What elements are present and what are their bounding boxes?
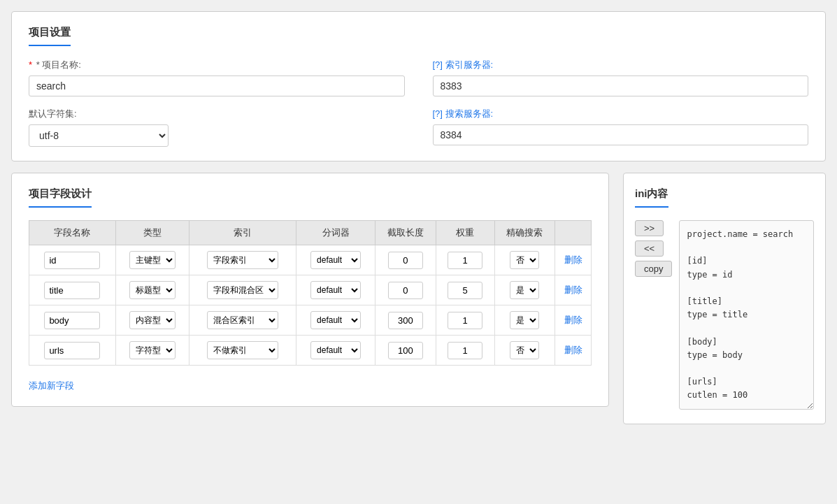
search-server-input[interactable] xyxy=(433,124,809,145)
index-server-label: [?] 索引服务器: xyxy=(433,59,809,71)
col-index: 索引 xyxy=(189,221,296,245)
ini-right-button[interactable]: >> xyxy=(635,220,664,236)
field-name-input[interactable] xyxy=(44,252,100,269)
fields-table: 字段名称 类型 索引 分词器 截取长度 权重 精确搜索 主键型标题型内容型字符型… xyxy=(29,220,592,366)
col-type: 类型 xyxy=(115,221,189,245)
delete-link[interactable]: 删除 xyxy=(564,345,582,355)
index-server-input[interactable] xyxy=(433,75,809,96)
search-server-group: [?] 搜索服务器: xyxy=(433,108,809,147)
charset-select[interactable]: utf-8 gbk gb2312 xyxy=(29,124,169,147)
delete-link[interactable]: 删除 xyxy=(564,285,582,295)
ini-content-area[interactable]: project.name = search [id] type = id [ti… xyxy=(679,220,814,410)
project-name-input[interactable] xyxy=(29,75,405,96)
col-exact: 精确搜索 xyxy=(494,221,555,245)
ini-section-inner: >> << copy project.name = search [id] ty… xyxy=(635,220,814,410)
fields-section-title: 项目字段设计 xyxy=(29,187,92,208)
weight-input[interactable] xyxy=(448,282,482,299)
project-settings-title: 项目设置 xyxy=(29,26,71,46)
ini-left-button[interactable]: << xyxy=(635,240,664,257)
weight-input[interactable] xyxy=(448,252,482,269)
search-server-label: [?] 搜索服务器: xyxy=(433,108,809,120)
project-name-label: * * 项目名称: xyxy=(29,59,405,71)
charset-group: 默认字符集: utf-8 gbk gb2312 xyxy=(29,108,405,147)
required-indicator: * xyxy=(29,59,32,70)
ini-section-title: ini内容 xyxy=(635,187,668,208)
col-cutlen: 截取长度 xyxy=(375,221,436,245)
field-name-input[interactable] xyxy=(44,312,100,329)
search-server-help-link[interactable]: [?] 搜索服务器: xyxy=(433,108,494,119)
project-name-group: * * 项目名称: xyxy=(29,59,405,96)
cutlen-input[interactable] xyxy=(388,312,423,329)
cutlen-input[interactable] xyxy=(388,342,423,359)
table-row: 主键型标题型内容型字符型数值型日期型字段索引字段和混合区混合区索引不做索引def… xyxy=(29,275,592,305)
col-action xyxy=(555,221,592,245)
project-settings-form: * * 项目名称: [?] 索引服务器: 默认字符集: utf-8 gbk gb… xyxy=(29,59,808,147)
weight-input[interactable] xyxy=(448,312,482,329)
weight-input[interactable] xyxy=(448,342,482,359)
add-field-link[interactable]: 添加新字段 xyxy=(29,380,74,392)
ini-copy-button[interactable]: copy xyxy=(635,261,672,277)
fields-design-section: 项目字段设计 字段名称 类型 索引 分词器 截取长度 权重 精确搜索 主键型标题… xyxy=(11,173,609,407)
col-weight: 权重 xyxy=(436,221,494,245)
index-server-help-link[interactable]: [?] 索引服务器: xyxy=(433,59,494,70)
field-name-input[interactable] xyxy=(44,282,100,299)
col-tokenizer: 分词器 xyxy=(296,221,375,245)
cutlen-input[interactable] xyxy=(388,282,423,299)
table-row: 主键型标题型内容型字符型数值型日期型字段索引字段和混合区混合区索引不做索引def… xyxy=(29,245,592,275)
ini-buttons: >> << copy xyxy=(635,220,672,277)
lower-section: 项目字段设计 字段名称 类型 索引 分词器 截取长度 权重 精确搜索 主键型标题… xyxy=(11,173,826,424)
delete-link[interactable]: 删除 xyxy=(564,315,582,325)
delete-link[interactable]: 删除 xyxy=(564,254,582,265)
cutlen-input[interactable] xyxy=(388,252,423,269)
table-row: 主键型标题型内容型字符型数值型日期型字段索引字段和混合区混合区索引不做索引def… xyxy=(29,305,592,336)
col-field-name: 字段名称 xyxy=(29,221,116,245)
charset-label: 默认字符集: xyxy=(29,108,405,120)
table-row: 主键型标题型内容型字符型数值型日期型字段索引字段和混合区混合区索引不做索引def… xyxy=(29,336,592,366)
field-name-input[interactable] xyxy=(44,342,100,359)
index-server-group: [?] 索引服务器: xyxy=(433,59,809,96)
ini-section: ini内容 >> << copy project.name = search [… xyxy=(623,173,826,424)
project-settings-section: 项目设置 * * 项目名称: [?] 索引服务器: 默认字符集: utf-8 g… xyxy=(11,11,826,161)
